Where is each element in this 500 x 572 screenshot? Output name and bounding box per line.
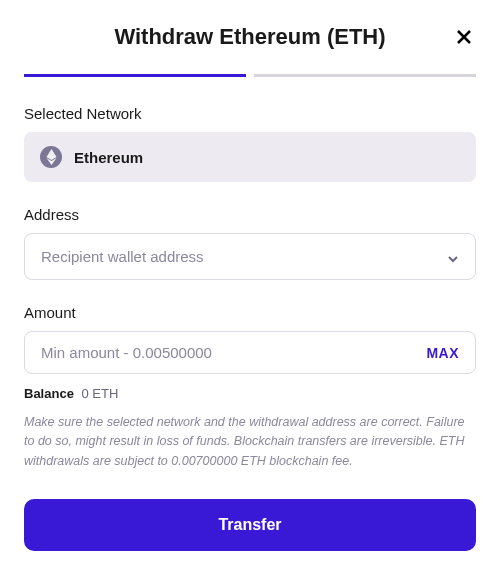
disclaimer-text: Make sure the selected network and the w… <box>24 413 476 471</box>
modal-header: Withdraw Ethereum (ETH) <box>24 24 476 50</box>
balance-row: Balance 0 ETH <box>24 386 476 401</box>
ethereum-icon <box>40 146 62 168</box>
network-name: Ethereum <box>74 149 143 166</box>
balance-label: Balance <box>24 386 74 401</box>
network-select[interactable]: Ethereum <box>24 132 476 182</box>
address-placeholder: Recipient wallet address <box>41 248 204 265</box>
address-select[interactable]: Recipient wallet address <box>24 233 476 280</box>
balance-value: 0 ETH <box>82 386 119 401</box>
progress-step-1 <box>24 74 246 77</box>
amount-label: Amount <box>24 304 476 321</box>
transfer-button[interactable]: Transfer <box>24 499 476 551</box>
amount-field-wrap: MAX <box>24 331 476 374</box>
close-icon <box>456 29 472 45</box>
progress-step-2 <box>254 74 476 77</box>
close-button[interactable] <box>452 25 476 49</box>
amount-input[interactable] <box>41 344 426 361</box>
network-label: Selected Network <box>24 105 476 122</box>
max-button[interactable]: MAX <box>426 345 459 361</box>
modal-title: Withdraw Ethereum (ETH) <box>114 24 385 50</box>
progress-indicator <box>24 74 476 77</box>
chevron-down-icon <box>447 251 459 263</box>
address-label: Address <box>24 206 476 223</box>
